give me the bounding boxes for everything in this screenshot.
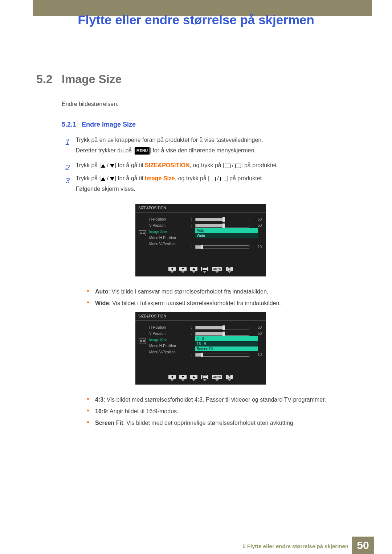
- option-label: Wide: [95, 300, 109, 306]
- down-icon: [181, 376, 184, 378]
- up-arrow-icon: [101, 177, 105, 181]
- osd-row-label: H-Position: [149, 324, 191, 331]
- option-label: 16:9: [95, 408, 107, 414]
- list-item: Wide: Vis bildet i fullskjerm uansett st…: [87, 297, 370, 309]
- step-text: , og trykk på [: [190, 162, 225, 168]
- option-desc: : Vis bildet med det opprinnelige større…: [123, 420, 295, 426]
- manual-page: Flytte eller endre størrelse på skjermen…: [0, 0, 392, 554]
- osd-values: :50 :50 Auto Wide :10: [191, 216, 266, 250]
- slider: [195, 326, 249, 329]
- page-number: 50: [352, 537, 374, 554]
- slider: [195, 245, 249, 249]
- step-2: 2 Trykk på [ / ] for å gå til SIZE&POSIT…: [65, 160, 370, 175]
- step-number: 3: [65, 173, 74, 188]
- step-text: Deretter trykker du på [: [75, 147, 135, 153]
- section-number: 5.2: [36, 73, 52, 86]
- osd-row-label: H-Position: [149, 216, 191, 222]
- osd-menu-labels: H-Position V-Position Image Size Menu H-…: [149, 216, 191, 250]
- down-arrow-icon: [110, 177, 114, 181]
- enter-icon: [220, 177, 226, 181]
- osd-row-label: Menu V-Position: [149, 349, 191, 355]
- option-list-2: 4:3: Vis bildet med størrelsesforholdet …: [73, 394, 370, 429]
- slider: [195, 353, 249, 357]
- step-1: 1 Trykk på en av knappene foran på produ…: [65, 135, 370, 156]
- option-desc: : Vis bildet med størrelsesforholdet 4:3…: [103, 397, 326, 403]
- enter-icon: [235, 164, 241, 168]
- source-icon: [210, 177, 216, 181]
- list-item: 16:9: Angir bildet til 16:9-modus.: [87, 406, 370, 417]
- osd-screenshot-2: SIZE&POSITION H-Position V-Position Imag…: [135, 312, 266, 385]
- slider: [195, 224, 249, 227]
- osd-title: SIZE&POSITION: [135, 312, 266, 321]
- step-number: 1: [65, 135, 74, 149]
- slider-value: 50: [253, 325, 262, 329]
- menu-icon: MENU: [135, 147, 149, 155]
- up-arrow-icon: [101, 164, 105, 168]
- option-list-1: Auto: Vis bilde i samsvar med størrelses…: [73, 286, 370, 309]
- slider: [195, 218, 249, 221]
- option-desc: : Vis bildet i fullskjerm uansett større…: [109, 300, 281, 306]
- down-arrow-icon: [110, 164, 114, 168]
- dropdown-option: Wide: [195, 233, 258, 238]
- step-text: ] for å gå til: [114, 162, 145, 168]
- slider-value: 50: [253, 223, 262, 227]
- osd-menu-labels: H-Position V-Position Image Size Menu H-…: [149, 324, 191, 358]
- osd-row-label-selected: Image Size: [149, 337, 191, 343]
- dropdown-option: Screen Fit: [195, 346, 258, 351]
- auto-label: AUTO: [213, 267, 221, 271]
- step-text: Trykk på en av knappene foran på produkt…: [75, 137, 263, 143]
- list-item: 4:3: Vis bildet med størrelsesforholdet …: [87, 394, 370, 406]
- slider: [195, 332, 249, 336]
- osd-row-label: Menu V-Position: [149, 241, 191, 247]
- step-text: , og trykk på [: [175, 175, 210, 181]
- section-title: Image Size: [62, 73, 122, 86]
- step-number: 2: [65, 160, 74, 175]
- footer-chapter: 5 Flytte eller endre størrelse på skjerm…: [242, 543, 348, 549]
- slider-value: 10: [253, 245, 262, 249]
- slider-value: 50: [253, 332, 262, 336]
- auto-label: AUTO: [213, 376, 221, 379]
- osd-footer-buttons: AUTO: [135, 374, 266, 385]
- down-icon: [181, 268, 184, 270]
- up-icon: [192, 268, 195, 270]
- step-text: ] for å vise den tilhørende menyskjermen…: [150, 147, 256, 153]
- source-icon: [225, 164, 230, 168]
- step-text: ] på produktet.: [241, 162, 278, 168]
- option-desc: : Angir bildet til 16:9-modus.: [107, 408, 178, 414]
- slider-value: 10: [253, 353, 262, 357]
- osd-title: SIZE&POSITION: [135, 204, 266, 213]
- power-icon: [228, 267, 231, 271]
- option-label: Auto: [95, 288, 108, 295]
- step-text: ] på produktet.: [226, 175, 263, 181]
- aspect-icon: [139, 230, 146, 236]
- dropdown-option: 16 : 9: [195, 341, 258, 346]
- step-text: ] for å gå til: [114, 175, 145, 181]
- power-icon: [228, 375, 231, 379]
- osd-row-label-selected: Image Size: [149, 229, 191, 235]
- step-text: Trykk på [: [75, 162, 101, 168]
- subsection-number: 5.2.1: [62, 121, 76, 128]
- step-text: Trykk på [: [75, 175, 101, 181]
- aspect-icon: [139, 338, 146, 344]
- osd-screenshot-1: SIZE&POSITION H-Position V-Position Imag…: [135, 204, 266, 276]
- page-title: Flytte eller endre størrelse på skjermen: [0, 13, 392, 27]
- enter-icon: [202, 376, 207, 379]
- page-footer: 5 Flytte eller endre størrelse på skjerm…: [0, 537, 392, 554]
- osd-values: :50 :50 4 : 3 16 : 9 Screen Fit :10: [191, 324, 266, 358]
- dropdown-option-selected: 4 : 3: [195, 336, 258, 341]
- option-desc: : Vis bilde i samsvar med størrelsesforh…: [108, 288, 268, 295]
- osd-row-label: V-Position: [149, 222, 191, 229]
- up-icon: [192, 376, 195, 378]
- subsection-title: Endre Image Size: [82, 121, 136, 128]
- option-label: 4:3: [95, 397, 103, 403]
- list-item: Screen Fit: Vis bildet med det opprinnel…: [87, 417, 370, 429]
- osd-row-label: Menu H-Position: [149, 343, 191, 349]
- option-label: Screen Fit: [95, 420, 123, 426]
- emphasis: Image Size: [145, 175, 175, 181]
- step-text: Følgende skjerm vises.: [75, 186, 135, 192]
- back-icon: [171, 376, 173, 378]
- back-icon: [171, 267, 173, 270]
- step-3: 3 Trykk på [ / ] for å gå til Image Size…: [65, 173, 370, 194]
- list-item: Auto: Vis bilde i samsvar med størrelses…: [87, 286, 370, 297]
- osd-row-label: Menu H-Position: [149, 235, 191, 241]
